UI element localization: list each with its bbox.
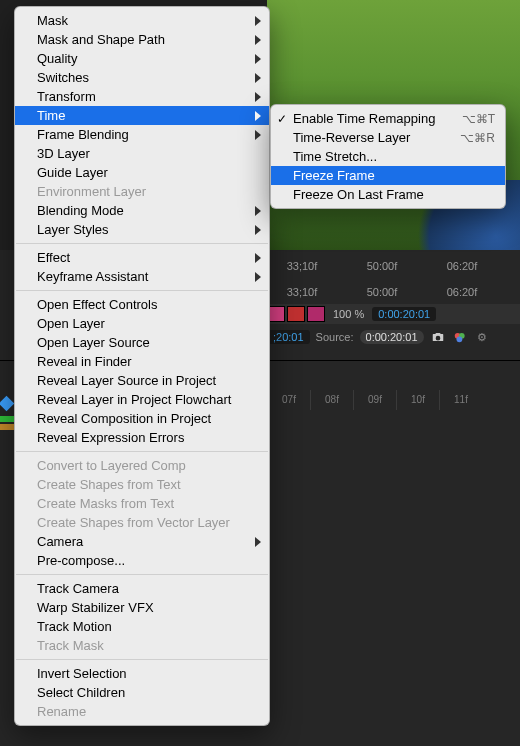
menu-item-frame-blending[interactable]: Frame Blending — [15, 125, 269, 144]
ruler-tick: 07f — [267, 390, 310, 410]
timecode-strip-1: 33;10f 50:00f 06:20f — [267, 254, 520, 278]
submenu-arrow-icon — [255, 225, 261, 235]
timecode-cell: 06:20f — [437, 286, 487, 298]
menu-item-open-effect-controls[interactable]: Open Effect Controls — [15, 295, 269, 314]
menu-item-select-children[interactable]: Select Children — [15, 683, 269, 702]
menu-item-quality[interactable]: Quality — [15, 49, 269, 68]
menu-item-transform[interactable]: Transform — [15, 87, 269, 106]
menu-item-label: Blending Mode — [37, 203, 124, 218]
timecode-cell: 50:00f — [357, 286, 407, 298]
menu-item-time[interactable]: Time — [15, 106, 269, 125]
menu-item-label: Open Effect Controls — [37, 297, 157, 312]
submenu-item-time-reverse-layer[interactable]: Time-Reverse Layer⌥⌘R — [271, 128, 505, 147]
menu-item-camera[interactable]: Camera — [15, 532, 269, 551]
menu-separator — [16, 574, 268, 575]
submenu-item-freeze-frame[interactable]: Freeze Frame — [271, 166, 505, 185]
time-submenu: ✓Enable Time Remapping⌥⌘TTime-Reverse La… — [270, 104, 506, 209]
playhead-indicator-icon[interactable] — [0, 398, 13, 414]
submenu-arrow-icon — [255, 16, 261, 26]
menu-item-label: Frame Blending — [37, 127, 129, 142]
submenu-arrow-icon — [255, 537, 261, 547]
layer-context-menu: MaskMask and Shape PathQualitySwitchesTr… — [14, 6, 270, 726]
menu-item-reveal-layer-in-project-flowchart[interactable]: Reveal Layer in Project Flowchart — [15, 390, 269, 409]
menu-item-label: Environment Layer — [37, 184, 146, 199]
menu-item-label: Convert to Layered Comp — [37, 458, 186, 473]
menu-item-label: 3D Layer — [37, 146, 90, 161]
submenu-item-label: Enable Time Remapping — [293, 111, 435, 126]
source-label: Source: — [316, 331, 354, 343]
menu-item-blending-mode[interactable]: Blending Mode — [15, 201, 269, 220]
submenu-item-label: Time-Reverse Layer — [293, 130, 410, 145]
menu-item-label: Time — [37, 108, 65, 123]
submenu-item-freeze-on-last-frame[interactable]: Freeze On Last Frame — [271, 185, 505, 204]
snapshot-camera-icon[interactable] — [430, 329, 446, 345]
submenu-item-time-stretch[interactable]: Time Stretch... — [271, 147, 505, 166]
color-management-icon[interactable] — [452, 329, 468, 345]
submenu-arrow-icon — [255, 92, 261, 102]
layer-track-green[interactable] — [0, 416, 14, 422]
submenu-arrow-icon — [255, 73, 261, 83]
timecode-cell: 06:20f — [437, 260, 487, 272]
menu-item-track-motion[interactable]: Track Motion — [15, 617, 269, 636]
menu-item-create-masks-from-text: Create Masks from Text — [15, 494, 269, 513]
ruler-tick: 08f — [310, 390, 353, 410]
color-chip-icon[interactable] — [287, 306, 305, 322]
menu-item-layer-styles[interactable]: Layer Styles — [15, 220, 269, 239]
menu-item-reveal-composition-in-project[interactable]: Reveal Composition in Project — [15, 409, 269, 428]
menu-item-label: Invert Selection — [37, 666, 127, 681]
zoom-percent[interactable]: 100 % — [333, 308, 364, 320]
ruler-tick: 09f — [353, 390, 396, 410]
submenu-arrow-icon — [255, 111, 261, 121]
menu-item-track-camera[interactable]: Track Camera — [15, 579, 269, 598]
settings-icon[interactable]: ⚙ — [474, 329, 490, 345]
menu-item-invert-selection[interactable]: Invert Selection — [15, 664, 269, 683]
menu-item-label: Track Mask — [37, 638, 104, 653]
menu-item-reveal-in-finder[interactable]: Reveal in Finder — [15, 352, 269, 371]
menu-item-pre-compose[interactable]: Pre-compose... — [15, 551, 269, 570]
submenu-arrow-icon — [255, 206, 261, 216]
menu-item-reveal-expression-errors[interactable]: Reveal Expression Errors — [15, 428, 269, 447]
submenu-item-label: Time Stretch... — [293, 149, 377, 164]
submenu-arrow-icon — [255, 35, 261, 45]
menu-item-label: Camera — [37, 534, 83, 549]
menu-item-label: Keyframe Assistant — [37, 269, 148, 284]
menu-item-open-layer[interactable]: Open Layer — [15, 314, 269, 333]
submenu-arrow-icon — [255, 54, 261, 64]
timecode-cell: 33;10f — [277, 260, 327, 272]
menu-item-label: Switches — [37, 70, 89, 85]
menu-item-switches[interactable]: Switches — [15, 68, 269, 87]
current-timecode[interactable]: 0:00:20:01 — [372, 307, 436, 321]
menu-separator — [16, 290, 268, 291]
menu-item-label: Warp Stabilizer VFX — [37, 600, 154, 615]
menu-item-create-shapes-from-text: Create Shapes from Text — [15, 475, 269, 494]
checkmark-icon: ✓ — [277, 112, 287, 126]
menu-item-label: Reveal Layer Source in Project — [37, 373, 216, 388]
comp-timecode[interactable]: ;20:01 — [267, 330, 310, 344]
menu-separator — [16, 451, 268, 452]
menu-item-label: Create Masks from Text — [37, 496, 174, 511]
menu-item-3d-layer[interactable]: 3D Layer — [15, 144, 269, 163]
menu-item-warp-stabilizer-vfx[interactable]: Warp Stabilizer VFX — [15, 598, 269, 617]
ruler-tick: 11f — [439, 390, 482, 410]
menu-item-keyframe-assistant[interactable]: Keyframe Assistant — [15, 267, 269, 286]
menu-item-label: Open Layer — [37, 316, 105, 331]
menu-item-label: Open Layer Source — [37, 335, 150, 350]
menu-item-label: Mask — [37, 13, 68, 28]
submenu-arrow-icon — [255, 253, 261, 263]
timeline-ruler[interactable]: 07f 08f 09f 10f 11f — [267, 390, 520, 410]
menu-item-label: Effect — [37, 250, 70, 265]
source-timecode[interactable]: 0:00:20:01 — [360, 330, 424, 344]
menu-item-effect[interactable]: Effect — [15, 248, 269, 267]
keyboard-shortcut: ⌥⌘R — [460, 131, 495, 145]
submenu-item-enable-time-remapping[interactable]: ✓Enable Time Remapping⌥⌘T — [271, 109, 505, 128]
menu-item-open-layer-source[interactable]: Open Layer Source — [15, 333, 269, 352]
menu-item-reveal-layer-source-in-project[interactable]: Reveal Layer Source in Project — [15, 371, 269, 390]
menu-item-label: Transform — [37, 89, 96, 104]
menu-item-mask[interactable]: Mask — [15, 11, 269, 30]
menu-item-mask-and-shape-path[interactable]: Mask and Shape Path — [15, 30, 269, 49]
layer-track-orange[interactable] — [0, 424, 14, 430]
color-chip-icon[interactable] — [307, 306, 325, 322]
menu-item-guide-layer[interactable]: Guide Layer — [15, 163, 269, 182]
submenu-item-label: Freeze On Last Frame — [293, 187, 424, 202]
submenu-arrow-icon — [255, 272, 261, 282]
